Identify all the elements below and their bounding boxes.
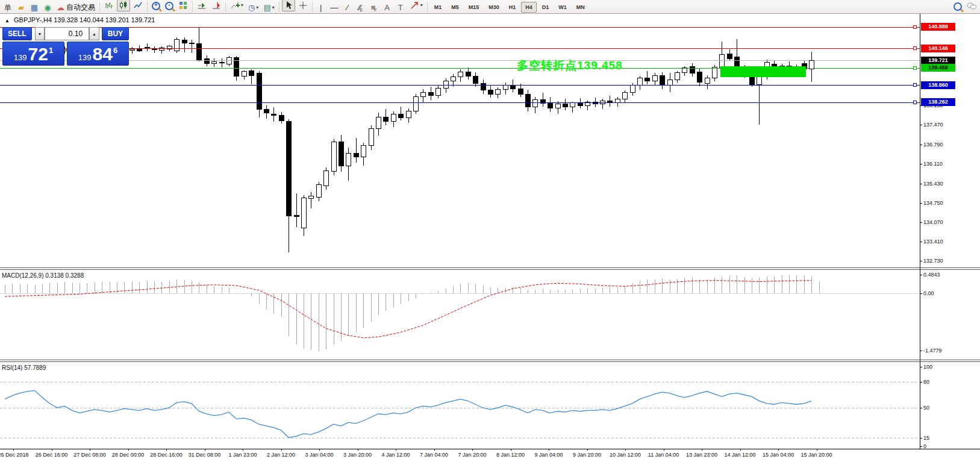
symbol-header: ▲ GBPJPY-,H4 139.328 140.044 139.201 139… [5, 16, 155, 23]
timeframe-M5[interactable]: M5 [447, 2, 463, 13]
volume-down-button[interactable]: ▼ [35, 27, 45, 40]
toolbar-separator [225, 2, 226, 12]
timeframe-D1[interactable]: D1 [538, 2, 554, 13]
arrows-tool-button[interactable]: ▾ [408, 0, 425, 11]
vertical-line-button[interactable]: | [315, 1, 327, 13]
autotrading-label: 自动交易 [66, 2, 95, 13]
chevron-down-icon: ▾ [420, 2, 423, 8]
periods-button[interactable]: ◷▾ [246, 1, 260, 13]
search-button[interactable] [952, 1, 964, 13]
equidistant-channel-button[interactable]: ∕∕E [355, 1, 367, 13]
zoom-out-button[interactable]: - [163, 0, 175, 12]
time-axis-label: 8 Jan 12:00 [496, 452, 525, 458]
autotrading-button[interactable]: ☁自动交易 [55, 1, 97, 13]
sell-price-button[interactable]: 139 72 1 [2, 42, 64, 66]
timeframe-M1[interactable]: M1 [430, 2, 446, 13]
main-toolbar: 单▰▦◉☁自动交易+-▾◷▾▤▾|—∕∕∕E≡FAT▾ M1M5M15M30H1… [0, 0, 980, 14]
chart-shift-button[interactable] [210, 0, 223, 11]
time-axis-label: 28 Dec 16:00 [150, 452, 183, 458]
timeframe-W1[interactable]: W1 [554, 2, 571, 13]
time-axis-label: 27 Dec 08:00 [73, 452, 106, 458]
time-axis-label: 7 Jan 20:00 [458, 452, 486, 458]
zoom-in-button[interactable]: + [150, 0, 162, 12]
arrows-tool-icon [410, 1, 419, 10]
toolbar-separator [147, 2, 148, 12]
profiles-button[interactable]: ▰ [15, 1, 27, 13]
autotrading-icon: ☁ [57, 4, 64, 11]
indicator-tick-label: 50 [923, 405, 929, 411]
crosshair-button[interactable] [296, 0, 310, 11]
sell-price-point: 1 [49, 46, 53, 55]
price-tick-label: 133.410 [923, 239, 943, 245]
time-axis-label: 15 Jan 04:00 [763, 452, 794, 458]
line-chart-button[interactable] [131, 0, 145, 11]
indicator-tick-label: 0 [923, 443, 926, 449]
zoom-out-icon: - [165, 2, 173, 10]
charts-window-button[interactable]: ▦ [28, 1, 40, 13]
chat-button[interactable] [965, 0, 978, 12]
toolbar-separator [279, 2, 279, 12]
sell-button[interactable]: SELL [2, 27, 32, 40]
chevron-down-icon: ▾ [241, 2, 243, 8]
horizontal-line-button[interactable]: — [328, 1, 340, 13]
chevron-down-icon: ▾ [256, 5, 258, 10]
cursor-button[interactable] [282, 0, 295, 11]
time-axis-label: 4 Jan 12:00 [381, 452, 410, 458]
new-order-button[interactable]: 单 [2, 2, 14, 14]
text-tool-button[interactable]: A [381, 1, 393, 13]
symbol-ohlc: 139.328 140.044 139.201 139.721 [54, 16, 155, 23]
trend-line-button[interactable]: ∕ [342, 1, 354, 13]
macd-header: MACD(12,26,9) 0.3138 0.3288 [2, 272, 84, 279]
text-label-tool-button[interactable]: T [395, 1, 407, 13]
indicator-tick-label: 100 [923, 364, 932, 370]
toolbar-separator [312, 2, 313, 12]
indicator-tick-label: 15 [923, 435, 929, 441]
toolbar-right-groups [951, 0, 979, 13]
auto-scroll-button[interactable] [195, 0, 208, 11]
zoom-in-icon: + [152, 2, 160, 10]
buy-button[interactable]: BUY [102, 27, 129, 40]
crosshair-icon [298, 1, 308, 10]
volume-input[interactable] [45, 27, 89, 40]
price-badge-138.262: 138.262 [921, 98, 955, 106]
timeframe-M30[interactable]: M30 [484, 2, 504, 13]
bar-chart-button[interactable] [102, 0, 116, 11]
volume-up-button[interactable]: ▲ [89, 27, 99, 40]
time-axis-label: 9 Jan 20:00 [573, 452, 601, 458]
price-chart-canvas[interactable] [0, 0, 980, 462]
trend-line-icon: ∕ [347, 4, 348, 11]
candle-chart-button[interactable] [117, 0, 130, 11]
timeframe-toolbar: M1M5M15M30H1H4D1W1MN [429, 1, 590, 13]
buy-price-button[interactable]: 139 84 6 [67, 42, 129, 66]
indicator-tick-label: 0.00 [923, 290, 934, 296]
templates-icon: ▤ [263, 4, 270, 11]
one-click-trading-panel: SELL ▼ ▲ BUY 139 72 1 139 84 6 [2, 27, 129, 66]
indicator-tick-label: 0.4843 [923, 272, 940, 278]
price-badge-140.146: 140.146 [921, 45, 955, 52]
chart-shift-icon [211, 1, 221, 10]
price-badge-139.458: 139.458 [921, 64, 955, 72]
timeframe-MN[interactable]: MN [572, 2, 589, 13]
indicators-button[interactable]: ▾ [228, 0, 245, 11]
timeframe-M15[interactable]: M15 [464, 2, 484, 13]
price-badge-138.860: 138.860 [921, 81, 955, 89]
time-axis-label: 2 Jan 12:00 [267, 452, 295, 458]
buy-price-figure: 139 [78, 53, 92, 62]
price-tick-label: 137.470 [923, 122, 943, 128]
time-axis-label: 26 Dec 2018 [0, 452, 29, 458]
fibonacci-retracement-button[interactable]: ≡F [368, 1, 380, 13]
text-label-tool-icon: T [398, 4, 403, 11]
indicator-tick-label: 80 [923, 379, 929, 385]
cursor-icon [284, 1, 293, 10]
signals-icon: ◉ [44, 4, 51, 11]
templates-button[interactable]: ▤▾ [261, 1, 276, 13]
price-tick-label: 136.110 [923, 161, 943, 167]
signals-button[interactable]: ◉ [42, 1, 54, 13]
collapse-arrow-icon[interactable]: ▲ [5, 18, 10, 23]
timeframe-H4[interactable]: H4 [521, 2, 537, 13]
horizontal-line-icon: — [330, 4, 338, 11]
buy-price-point: 6 [113, 46, 117, 55]
tile-windows-button[interactable] [176, 0, 190, 11]
time-axis-label: 10 Jan 12:00 [610, 452, 641, 458]
timeframe-H1[interactable]: H1 [505, 2, 520, 13]
